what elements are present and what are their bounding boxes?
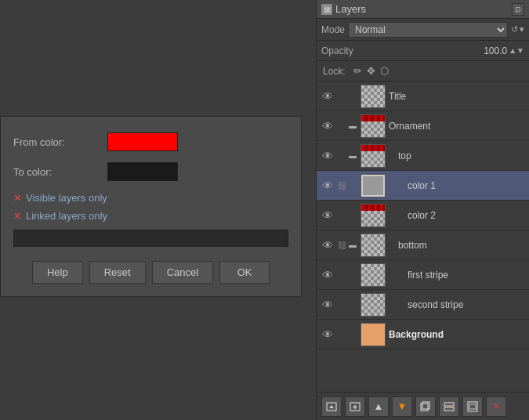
progress-bar [13, 230, 288, 247]
opacity-value: 100.0 [484, 45, 507, 56]
layers-panel-icon: ▦ [321, 4, 332, 15]
svg-rect-6 [444, 403, 454, 406]
svg-rect-4 [422, 402, 429, 409]
mode-next-button[interactable]: ▾ [520, 24, 524, 34]
layer-name: top [398, 150, 526, 161]
opacity-row: Opacity 100.0 ▲▼ [317, 41, 529, 61]
eye-icon[interactable]: 👁 [320, 179, 335, 192]
eye-icon[interactable]: 👁 [320, 328, 335, 341]
visible-layers-label: Visible layers only [26, 192, 107, 204]
move-up-button[interactable]: ▲ [368, 396, 389, 417]
layer-name: first stripe [408, 270, 526, 281]
collapse-icon[interactable]: ▬ [348, 241, 357, 249]
layers-panel-title: Layers [335, 3, 512, 15]
lock-row: Lock: ✏ ✥ ⬡ [317, 61, 529, 81]
opacity-label: Opacity [321, 45, 484, 56]
eye-icon[interactable]: 👁 [320, 90, 335, 103]
layer-item[interactable]: 👁 second stripe [317, 290, 529, 320]
layer-thumbnail [361, 234, 386, 257]
help-button[interactable]: Help [32, 261, 83, 284]
layer-thumbnail [361, 204, 386, 227]
dialog-buttons: Help Reset Cancel OK [13, 261, 288, 284]
duplicate-layer-button[interactable] [415, 396, 436, 417]
layer-item[interactable]: 👁 Background [317, 320, 529, 349]
layer-name: color 1 [408, 180, 526, 191]
svg-rect-7 [444, 407, 454, 411]
linked-layers-row[interactable]: ✕ Linked layers only [13, 210, 288, 222]
link-icon[interactable]: ⛓ [335, 241, 348, 250]
to-color-label: To color: [13, 166, 107, 178]
layers-titlebar: ▦ Layers ⊡ [317, 0, 529, 19]
lock-pixels-icon[interactable]: ✏ [353, 65, 362, 77]
visible-layers-check: ✕ [13, 193, 21, 204]
to-color-row: To color: [13, 162, 288, 181]
layer-thumbnail [361, 263, 386, 287]
mode-row: Mode Normal ↺ ▾ [317, 19, 529, 41]
layers-panel: ▦ Layers ⊡ Mode Normal ↺ ▾ Opacity 100.0… [316, 0, 529, 420]
eye-icon[interactable]: 👁 [320, 299, 335, 311]
eye-icon[interactable]: 👁 [320, 120, 335, 132]
layer-name: color 2 [408, 210, 526, 221]
new-layer-button[interactable] [345, 396, 365, 417]
linked-layers-label: Linked layers only [26, 210, 107, 222]
mode-arrows: ↺ ▾ [511, 24, 524, 34]
mode-label: Mode [321, 24, 345, 35]
link-icon[interactable]: ⛓ [335, 181, 348, 190]
collapse-icon[interactable]: ▬ [348, 151, 357, 160]
lock-position-icon[interactable]: ✥ [367, 65, 375, 77]
from-color-label: From color: [13, 136, 107, 148]
layer-item[interactable]: 👁 ▬ Ornament [317, 111, 529, 141]
layer-name: bottom [398, 240, 526, 251]
from-color-swatch[interactable] [107, 132, 178, 151]
eye-icon[interactable]: 👁 [320, 150, 335, 162]
ok-button[interactable]: OK [219, 261, 270, 284]
layer-thumbnail [361, 144, 386, 168]
layer-name: Title [389, 91, 526, 102]
eye-icon[interactable]: 👁 [320, 209, 335, 222]
to-color-swatch[interactable] [107, 162, 178, 181]
layer-item[interactable]: 👁 ⛓ color 1 [317, 171, 529, 201]
svg-rect-5 [421, 404, 428, 411]
delete-layer-button[interactable]: ✕ [486, 396, 506, 417]
layer-thumbnail [361, 114, 386, 138]
eye-icon[interactable]: 👁 [320, 269, 335, 281]
collapse-icon[interactable]: ▬ [348, 121, 357, 130]
layer-item[interactable]: 👁 Title [317, 81, 529, 111]
layer-to-image-button[interactable] [462, 396, 483, 417]
linked-layers-check: ✕ [13, 211, 21, 222]
new-from-visible-button[interactable] [321, 396, 342, 417]
layer-item[interactable]: 👁 ⛓ ▬ bottom [317, 230, 529, 260]
layer-item[interactable]: 👁 ▬ top [317, 141, 529, 171]
svg-rect-10 [469, 404, 476, 409]
layer-thumbnail [361, 323, 386, 346]
lock-label: Lock: [323, 66, 346, 77]
merge-layers-button[interactable] [439, 396, 459, 417]
layer-item[interactable]: 👁 color 2 [317, 201, 529, 230]
layer-item[interactable]: 👁 first stripe [317, 260, 529, 290]
layers-toolbar: ▲ ▼ ✕ [317, 392, 529, 420]
opacity-spinner[interactable]: ▲▼ [509, 46, 524, 55]
reset-button[interactable]: Reset [89, 261, 146, 284]
mode-prev-button[interactable]: ↺ [511, 24, 518, 34]
visible-layers-row[interactable]: ✕ Visible layers only [13, 192, 288, 204]
move-down-button[interactable]: ▼ [392, 396, 412, 417]
eye-icon[interactable]: 👁 [320, 239, 335, 252]
layer-thumbnail [361, 174, 386, 197]
lock-alpha-icon[interactable]: ⬡ [380, 65, 389, 77]
layer-name: Background [389, 329, 526, 340]
layer-thumbnail [361, 293, 386, 317]
from-color-row: From color: [13, 132, 288, 151]
cancel-button[interactable]: Cancel [152, 261, 213, 284]
mode-select[interactable]: Normal [348, 22, 508, 38]
layer-name: Ornament [389, 121, 526, 132]
color-replace-dialog: From color: To color: ✕ Visible layers o… [0, 116, 302, 297]
layers-panel-menu-button[interactable]: ⊡ [512, 3, 524, 16]
layer-thumbnail [361, 85, 386, 108]
layer-name: second stripe [408, 299, 526, 310]
layers-list: 👁 Title 👁 ▬ Ornament 👁 ▬ [317, 81, 529, 392]
